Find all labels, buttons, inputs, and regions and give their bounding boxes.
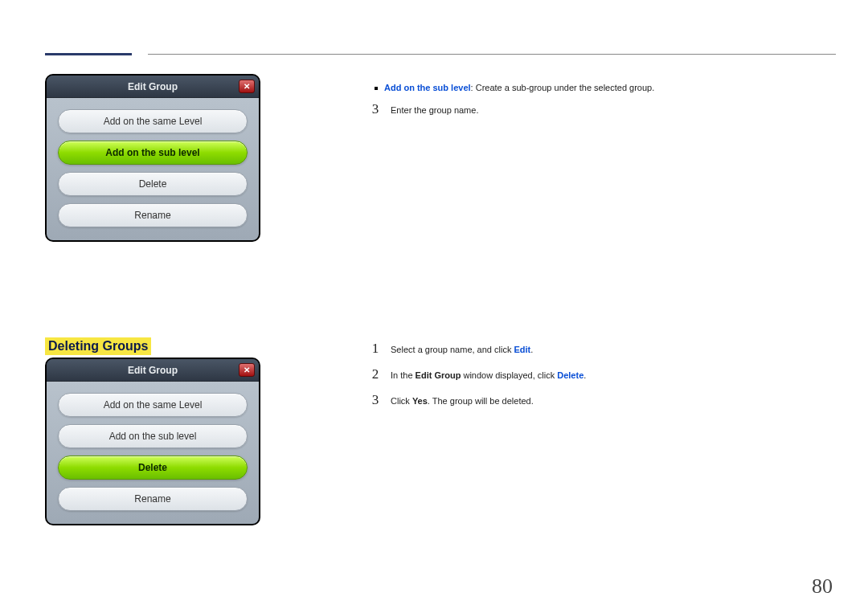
section-heading-deleting-groups: Deleting Groups [45,337,151,355]
step-number: 1 [370,341,381,357]
step-number: 2 [370,366,381,382]
dialog-body: Add on the same Level Add on the sub lev… [47,382,259,524]
close-icon[interactable]: ✕ [239,80,255,93]
text-fragment: . The group will be deleted. [428,396,534,406]
step-number: 3 [370,392,381,408]
text-fragment: In the [391,370,416,380]
text-fragment: Click [391,396,412,406]
text-fragment: window displayed, click [461,370,557,380]
edit-group-dialog-add-sub: Edit Group ✕ Add on the same Level Add o… [45,74,260,242]
step-number: 3 [370,101,381,117]
dialog-titlebar: Edit Group ✕ [47,76,259,98]
bullet-term: Add on the sub level [384,83,471,92]
text-fragment-edit-group: Edit Group [416,370,461,380]
dialog-titlebar: Edit Group ✕ [47,359,259,382]
dialog-title: Edit Group [128,365,178,376]
text-fragment-edit: Edit [514,345,530,354]
add-same-level-button[interactable]: Add on the same Level [58,109,248,133]
rename-button[interactable]: Rename [58,487,248,511]
delete-button[interactable]: Delete [58,172,248,196]
add-same-level-button[interactable]: Add on the same Level [58,393,248,417]
edit-group-dialog-delete: Edit Group ✕ Add on the same Level Add o… [45,358,260,525]
text-fragment-yes: Yes [412,396,428,406]
close-icon[interactable]: ✕ [239,363,255,377]
step-text: Click Yes. The group will be deleted. [391,396,534,406]
page-number: 80 [812,574,833,599]
step-3-enter-name: 3 Enter the group name. [370,101,478,117]
delete-step-1: 1 Select a group name, and click Edit. [370,341,533,357]
bullet-add-sub-level: Add on the sub level: Create a sub-group… [375,83,654,92]
delete-step-3: 3 Click Yes. The group will be deleted. [370,392,534,408]
rename-button[interactable]: Rename [58,203,248,227]
add-sub-level-button[interactable]: Add on the sub level [58,141,248,165]
text-fragment: Select a group name, and click [391,345,514,354]
text-fragment: . [530,345,533,354]
step-text: In the Edit Group window displayed, clic… [391,370,586,380]
bullet-text: Add on the sub level: Create a sub-group… [384,83,654,92]
bullet-desc: : Create a sub-group under the selected … [471,83,655,92]
dialog-title: Edit Group [128,81,178,92]
step-text: Enter the group name. [391,105,478,115]
delete-button[interactable]: Delete [58,456,248,480]
dialog-body: Add on the same Level Add on the sub lev… [47,98,259,240]
delete-step-2: 2 In the Edit Group window displayed, cl… [370,366,586,382]
add-sub-level-button[interactable]: Add on the sub level [58,424,248,448]
header-accent-bar [45,53,132,55]
bullet-icon [375,87,378,90]
text-fragment: . [583,370,586,380]
step-text: Select a group name, and click Edit. [391,345,533,354]
text-fragment-delete: Delete [557,370,583,380]
header-divider [148,54,836,55]
